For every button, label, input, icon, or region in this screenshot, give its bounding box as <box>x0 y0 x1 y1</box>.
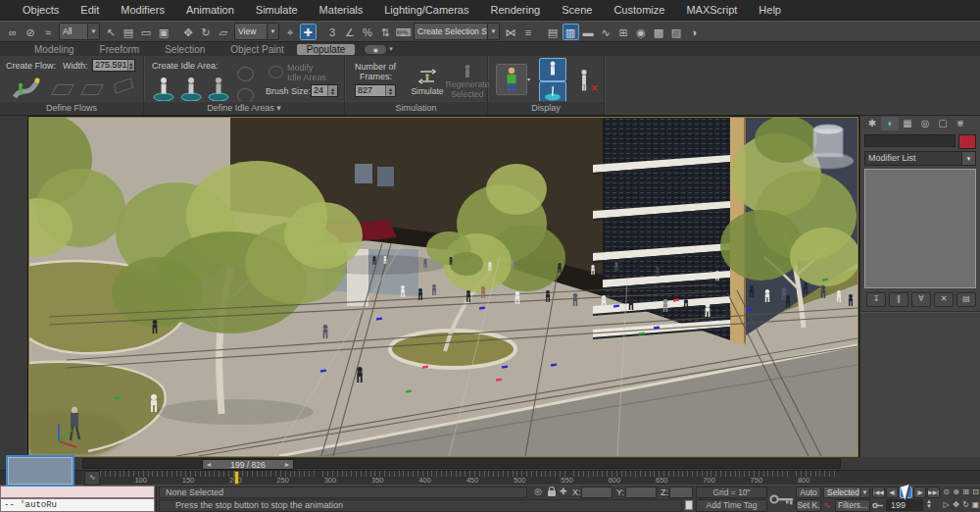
track-bar-ruler[interactable]: 5010015020025030035040045050055060065070… <box>82 471 837 486</box>
menu-animation[interactable]: Animation <box>175 4 245 16</box>
toggle-show-people-button[interactable] <box>539 58 566 81</box>
angle-snap-icon[interactable]: ∠ <box>342 24 359 40</box>
flow-ramp-button-1[interactable] <box>51 81 74 98</box>
current-frame-marker[interactable] <box>234 471 239 485</box>
toggle-layer-explorer-icon[interactable]: ▥ <box>563 24 579 40</box>
perspective-viewport[interactable] <box>28 117 858 457</box>
current-frame-field[interactable]: 199 <box>886 499 923 511</box>
display-tab[interactable]: ▢ <box>934 117 952 130</box>
chevron-down-icon[interactable]: ▼ <box>487 24 499 39</box>
select-and-scale-icon[interactable]: ▱ <box>216 24 232 40</box>
spinner-arrows-icon[interactable]: ▲▼ <box>327 85 337 96</box>
next-frame-button[interactable]: |▶ <box>913 486 926 498</box>
key-filters-button[interactable]: Filters... <box>835 499 870 512</box>
menu-rendering[interactable]: Rendering <box>479 4 551 16</box>
coord-y-field[interactable] <box>625 486 657 498</box>
delete-people-button[interactable]: ✕ <box>570 66 598 95</box>
display-people-style-button[interactable] <box>496 64 527 95</box>
make-unique-button[interactable]: ∀ <box>911 292 931 307</box>
isolate-selection-icon[interactable]: ◎ <box>534 486 542 496</box>
display-flyout-caret-icon[interactable]: ▾ <box>527 76 530 82</box>
render-setup-icon[interactable]: ▩ <box>651 24 667 40</box>
simulate-button[interactable]: Simulate <box>406 59 449 104</box>
previous-frame-arrow-icon[interactable]: ◄ <box>203 461 215 468</box>
coord-z-field[interactable] <box>669 486 693 498</box>
keyboard-override-icon[interactable]: ⌨ <box>395 24 412 40</box>
lock-selection-icon[interactable] <box>548 490 556 496</box>
spinner-snap-icon[interactable]: ⇅ <box>377 24 394 40</box>
open-mini-curve-editor-button[interactable]: ∿ <box>84 471 100 486</box>
modifier-stack[interactable] <box>864 169 976 288</box>
set-key-mode-button[interactable]: Set K. <box>796 499 821 512</box>
key-filters-dropdown[interactable]: Selected ▼ <box>823 486 870 498</box>
modifier-list-dropdown[interactable]: Modifier List ▼ <box>864 151 976 166</box>
schematic-view-icon[interactable]: ⊞ <box>615 24 632 40</box>
use-pivot-center-icon[interactable]: ⌖ <box>282 24 299 40</box>
chevron-down-icon[interactable]: ▼ <box>87 24 99 39</box>
menu-edit[interactable]: Edit <box>70 4 110 16</box>
motion-tab[interactable]: ◎ <box>916 117 934 130</box>
toggle-ribbon-icon[interactable]: ▬ <box>580 24 597 40</box>
previous-frame-button[interactable]: ◀| <box>886 486 899 498</box>
pin-stack-button[interactable]: ↧ <box>866 292 886 307</box>
zoom-region-icon[interactable]: ⊡ <box>971 486 980 498</box>
menu-modifiers[interactable]: Modifiers <box>110 4 175 16</box>
select-object-icon[interactable]: ↖ <box>103 24 120 40</box>
object-name-field[interactable] <box>864 134 956 147</box>
go-to-start-button[interactable]: |◀◀ <box>872 486 885 498</box>
maximize-viewport-icon[interactable]: ▣ <box>971 499 980 511</box>
time-slider-track[interactable]: ◄ 199 / 826 ► <box>82 458 841 469</box>
frame-spinner-icon[interactable]: ▲▼ <box>926 499 932 509</box>
listener-line[interactable]: -- 'autoRu <box>0 498 155 512</box>
material-editor-icon[interactable]: ◉ <box>633 24 650 40</box>
spinner-arrows-icon[interactable]: ▲▼ <box>385 85 395 96</box>
menu-lighting-cameras[interactable]: Lighting/Cameras <box>373 4 479 16</box>
notes-icon[interactable] <box>685 500 693 510</box>
curve-editor-icon[interactable]: ∿ <box>598 24 614 40</box>
menu-maxscript[interactable]: MAXScript <box>675 4 748 16</box>
create-idle-area-button-3[interactable] <box>205 74 232 103</box>
mirror-icon[interactable]: ⋈ <box>503 24 519 40</box>
next-frame-arrow-icon[interactable]: ► <box>281 461 293 468</box>
reference-coordinate-dropdown[interactable]: View▼ <box>234 23 279 40</box>
menu-help[interactable]: Help <box>748 4 792 16</box>
ribbon-options-button[interactable]: ◉ <box>365 45 386 54</box>
maxscript-mini-listener[interactable]: -- 'autoRu <box>0 486 157 512</box>
selection-filter-dropdown[interactable]: All▼ <box>59 23 100 40</box>
modify-idle-areas-button[interactable] <box>266 62 285 81</box>
create-flow-button[interactable] <box>10 75 45 102</box>
macro-recorder-line[interactable] <box>0 486 155 498</box>
remove-modifier-button[interactable]: ✕ <box>934 292 954 307</box>
track-bar[interactable]: 5010015020025030035040045050055060065070… <box>0 470 980 485</box>
named-selection-sets-dropdown[interactable]: Create Selection S▼ <box>414 23 500 40</box>
modify-tab[interactable]: ◗ <box>881 117 899 130</box>
walk-through-icon[interactable]: ▷ <box>942 499 951 511</box>
spinner-arrows-icon[interactable]: ▲▼ <box>127 60 134 71</box>
tab-selection[interactable]: Selection <box>152 43 218 56</box>
select-and-move-icon[interactable]: ✥ <box>180 24 197 40</box>
zoom-extents-icon[interactable]: ⊞ <box>961 486 970 498</box>
tab-object-paint[interactable]: Object Paint <box>218 43 296 56</box>
set-key-icon[interactable] <box>769 492 795 506</box>
unlink-selection-icon[interactable]: ⊘ <box>23 24 39 40</box>
brush-size-spinner[interactable]: 24 ▲▼ <box>311 84 338 97</box>
number-of-frames-spinner[interactable]: 827 ▲▼ <box>355 84 396 97</box>
select-and-manipulate-icon[interactable]: ✚ <box>300 24 317 40</box>
rendered-frame-icon[interactable]: ▨ <box>668 24 685 40</box>
viewport-layout-tab[interactable] <box>6 455 74 486</box>
show-end-result-button[interactable]: ∥ <box>889 292 908 307</box>
zoom-all-icon[interactable]: ⊕ <box>952 486 960 498</box>
add-time-tag[interactable]: Add Time Tag <box>696 499 767 512</box>
ribbon-minimize-caret[interactable]: ▾ <box>389 45 393 53</box>
menu-scene[interactable]: Scene <box>551 4 603 16</box>
menu-objects[interactable]: Objects <box>12 4 70 16</box>
utilities-tab[interactable]: ⋇ <box>952 117 969 130</box>
window-crossing-icon[interactable]: ▣ <box>156 24 172 40</box>
menu-materials[interactable]: Materials <box>309 4 374 16</box>
bind-to-space-warp-icon[interactable]: ≈ <box>40 24 57 40</box>
regenerate-selected-button[interactable]: Regenerate Selected <box>447 59 488 104</box>
go-to-end-button[interactable]: ▶▶| <box>927 486 940 498</box>
create-idle-area-button-2[interactable] <box>177 74 205 103</box>
key-mode-toggle-icon[interactable] <box>872 501 884 510</box>
tab-freeform[interactable]: Freeform <box>87 43 153 56</box>
